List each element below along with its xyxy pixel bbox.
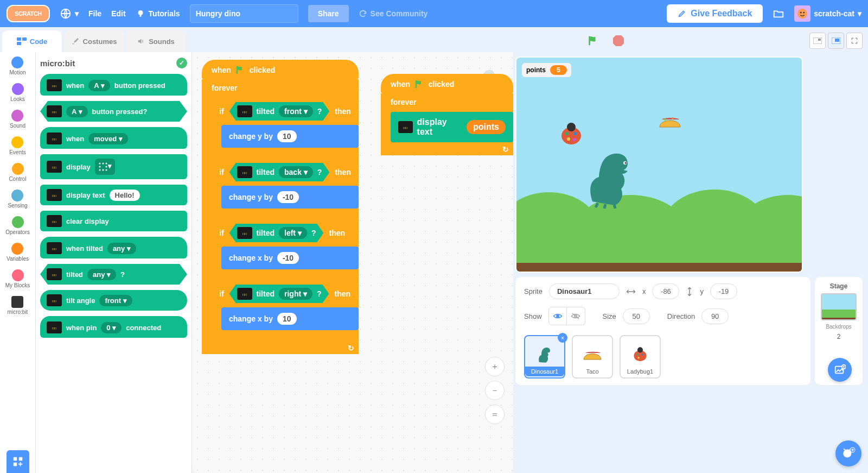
category-sound[interactable]: Sound	[10, 110, 25, 129]
block-change-x[interactable]: change x by10	[221, 307, 359, 330]
block-button-pressed[interactable]: ∷∷A ▾button pressed?	[40, 101, 187, 122]
block-if-3[interactable]: if∷∷tiltedleft ▾?then change x by-10	[212, 219, 359, 280]
block-forever[interactable]: forever	[202, 79, 359, 97]
category-looks[interactable]: Looks	[10, 83, 25, 102]
svg-point-30	[567, 137, 570, 141]
zoom-controls: ＋ － ＝	[485, 357, 505, 424]
project-title-input[interactable]: Hungry dino	[190, 4, 298, 23]
category-operators[interactable]: Operators	[5, 216, 29, 235]
give-feedback-button[interactable]: Give Feedback	[667, 4, 763, 23]
share-button[interactable]: Share	[308, 5, 349, 22]
category-variables[interactable]: Variables	[7, 243, 29, 262]
zoom-out-button[interactable]: －	[485, 381, 505, 400]
account-menu[interactable]: scratch-cat ▾	[794, 5, 861, 22]
tutorials-button[interactable]: Tutorials	[136, 9, 180, 18]
tab-code[interactable]: Code	[2, 30, 62, 52]
svg-point-33	[625, 162, 627, 164]
block-when-pin-connected[interactable]: ∷∷when pin0 ▾connected	[40, 316, 187, 338]
mystuff-button[interactable]	[773, 8, 784, 20]
see-community-button[interactable]: See Community	[359, 9, 428, 18]
edit-menu[interactable]: Edit	[111, 9, 125, 18]
matrix-icon[interactable]: ▾	[95, 159, 115, 175]
file-menu[interactable]: File	[88, 9, 101, 18]
microbit-icon: ∷∷	[47, 189, 62, 201]
block-change-y[interactable]: change y by-10	[221, 186, 359, 209]
sprite-tile-taco[interactable]: Taco	[572, 335, 613, 379]
large-stage-button[interactable]	[828, 33, 844, 49]
condition-tilted-front[interactable]: ∷∷tiltedfront ▾?	[229, 102, 330, 121]
block-when-moved[interactable]: ∷∷whenmoved ▾	[40, 127, 187, 149]
zoom-reset-button[interactable]: ＝	[485, 405, 505, 424]
block-display-text-var[interactable]: ∷∷display textpoints	[391, 112, 513, 142]
block-when-button-pressed[interactable]: ∷∷whenA ▾button pressed	[40, 74, 187, 96]
block-when-flag-clicked[interactable]: whenclicked	[381, 74, 513, 93]
tab-sounds[interactable]: Sounds	[126, 30, 186, 52]
scripts-workspace[interactable]: whenclicked forever if∷∷tiltedfront ▾?th…	[192, 52, 513, 473]
block-tilted[interactable]: ∷∷tiltedany ▾?	[40, 264, 187, 285]
script-1[interactable]: whenclicked forever if∷∷tiltedfront ▾?th…	[202, 60, 359, 354]
sprite-tile-ladybug[interactable]: Ladybug1	[620, 335, 661, 379]
condition-tilted-left[interactable]: ∷∷tiltedleft ▾?	[229, 224, 324, 242]
sprite-direction-input[interactable]: 90	[701, 308, 729, 324]
sprite-tile-label: Taco	[584, 367, 600, 376]
block-forever[interactable]: forever	[381, 93, 513, 111]
show-button[interactable]	[548, 307, 567, 325]
script-2[interactable]: whenclicked forever ∷∷display textpoints…	[381, 74, 513, 155]
small-stage-button[interactable]	[809, 33, 826, 49]
category-control[interactable]: Control	[9, 163, 26, 182]
svg-rect-15	[13, 463, 16, 466]
cat-plus-icon	[841, 446, 856, 461]
condition-tilted-right[interactable]: ∷∷tiltedright ▾?	[229, 285, 329, 303]
sprite-name-input[interactable]: Dinosaur1	[549, 283, 620, 299]
category-motion[interactable]: Motion	[9, 56, 25, 75]
microbit-icon: ∷∷	[237, 166, 252, 178]
pencil-icon	[678, 9, 686, 18]
stop-button[interactable]	[613, 35, 624, 46]
variable-points[interactable]: points	[467, 120, 506, 134]
block-display-text[interactable]: ∷∷display textHello!	[40, 185, 187, 205]
sprite-ladybug[interactable]	[558, 121, 585, 148]
stage-label: Stage	[830, 282, 848, 290]
stage-selector[interactable]: Stage Backdrops 2	[815, 277, 863, 385]
block-when-flag-clicked[interactable]: whenclicked	[202, 60, 359, 79]
block-clear-display[interactable]: ∷∷clear display	[40, 211, 187, 231]
sprite-dinosaur[interactable]	[582, 150, 647, 210]
connected-icon: ✓	[176, 58, 187, 68]
sprite-label: Sprite	[524, 287, 542, 295]
block-if-4[interactable]: if∷∷tiltedright ▾?then change x by10	[212, 280, 359, 341]
variable-monitor-points[interactable]: points 5	[522, 63, 571, 77]
hide-button[interactable]	[567, 307, 585, 325]
language-menu[interactable]: ▾	[60, 8, 79, 20]
chevron-down-icon: ▾	[858, 9, 861, 18]
category-events[interactable]: Events	[9, 136, 26, 155]
add-sprite-button[interactable]	[835, 440, 861, 466]
zoom-in-button[interactable]: ＋	[485, 357, 505, 376]
sprite-tile-label: Ladybug1	[626, 367, 655, 376]
delete-sprite-button[interactable]: ×	[558, 333, 567, 343]
category-sensing[interactable]: Sensing	[8, 190, 27, 209]
category-myblocks[interactable]: My Blocks	[5, 269, 30, 288]
block-when-tilted[interactable]: ∷∷when tiltedany ▾	[40, 237, 187, 258]
svg-point-31	[573, 138, 576, 141]
block-if-1[interactable]: if∷∷tiltedfront ▾?then change y by10	[212, 98, 359, 159]
add-extension-button[interactable]	[7, 450, 29, 473]
sprite-y-input[interactable]: -19	[710, 283, 737, 299]
tab-costumes[interactable]: Costumes	[64, 30, 124, 52]
sprite-tile-dinosaur[interactable]: × Dinosaur1	[524, 335, 565, 379]
block-tilt-angle[interactable]: ∷∷tilt anglefront ▾	[40, 290, 187, 311]
block-if-2[interactable]: if∷∷tiltedback ▾?then change y by-10	[212, 159, 359, 219]
block-display[interactable]: ∷∷display ▾	[40, 154, 187, 179]
fullscreen-button[interactable]	[846, 33, 863, 49]
green-flag-button[interactable]	[587, 35, 599, 47]
category-microbit[interactable]: micro:bit	[8, 296, 28, 315]
condition-tilted-back[interactable]: ∷∷tiltedback ▾?	[229, 163, 330, 181]
stage-thumbnail[interactable]	[821, 293, 857, 320]
stage[interactable]: points 5	[515, 56, 803, 273]
block-change-x[interactable]: change x by-10	[221, 247, 359, 269]
block-change-y[interactable]: change y by10	[221, 125, 359, 148]
scratch-logo[interactable]: SCRATCH	[7, 5, 50, 22]
sprite-size-input[interactable]: 50	[623, 308, 650, 324]
sprite-x-input[interactable]: -86	[652, 283, 679, 299]
sprite-taco[interactable]	[658, 112, 682, 130]
add-backdrop-button[interactable]	[828, 358, 852, 382]
